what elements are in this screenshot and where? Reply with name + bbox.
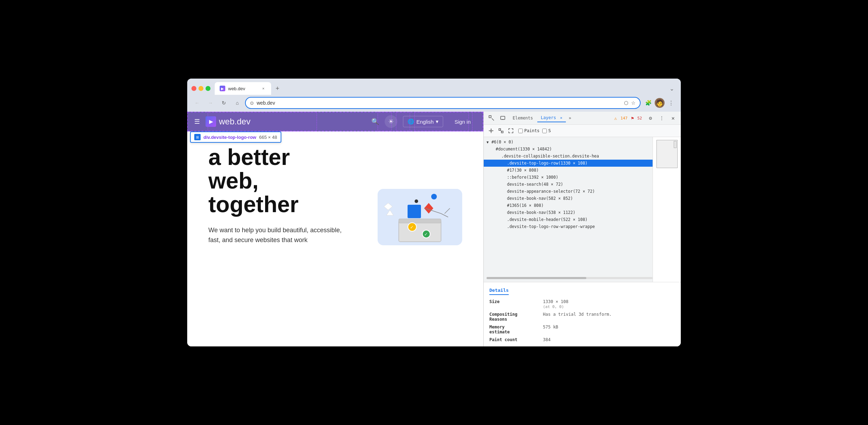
slow-scroll-checkbox-group: S [542,128,551,133]
error-count-badge[interactable]: 52 [635,115,644,121]
svg-rect-2 [399,219,441,223]
layer-item-devsite-search[interactable]: devsite-search(48 × 72) [484,181,653,188]
user-avatar[interactable]: 🧑 [655,98,665,108]
paints-checkbox-group: Paints [518,128,539,133]
svg-rect-16 [489,116,491,118]
tab-more-button[interactable]: » [567,114,573,122]
layers-horizontal-scrollbar[interactable] [487,277,653,279]
traffic-lights [191,86,210,91]
minimize-traffic-light[interactable] [198,86,203,91]
paints-label: Paints [524,128,539,133]
layer-item-appearance-selector[interactable]: devsite-appearance-selector(72 × 72) [484,188,653,195]
paints-checkbox[interactable] [518,129,523,133]
fit-view-button[interactable] [506,126,515,135]
extensions-button[interactable]: 🧩 [643,97,654,109]
devtools-settings-button[interactable]: ⚙ [646,113,655,123]
back-button[interactable]: ← [191,97,203,109]
external-link-icon: ⬡ [624,100,628,106]
layers-tab-close[interactable]: × [560,116,562,120]
devtools-tabs: Elements Layers × » [509,114,611,122]
inspector-size: 665 × 48 [259,135,277,140]
compositing-label: Compositing Reasons [489,312,539,322]
layer-item-mobile-header[interactable]: .devsite-mobile-header(522 × 108) [484,216,653,223]
compositing-value: Has a trivial 3d transform. [543,312,675,322]
devtools-close-button[interactable]: × [668,113,678,123]
globe-icon: 🌐 [408,118,414,125]
header-search-icon[interactable]: 🔍 [371,118,379,125]
layer-item-17[interactable]: #17(30 × 808) [484,167,653,174]
close-traffic-light[interactable] [191,86,196,91]
maximize-traffic-light[interactable] [206,86,210,91]
hamburger-menu-icon[interactable]: ☰ [194,118,200,125]
layer-item-top-logo-row[interactable]: .devsite-top-logo-row(1330 × 108) [484,160,653,167]
minimap-viewport-rect [656,140,678,168]
layer-item-book-nav-1[interactable]: devsite-book-nav(582 × 852) [484,195,653,202]
tab-close-button[interactable]: × [261,86,266,91]
inspector-icon: ⊞ [194,134,201,140]
webdev-logo[interactable]: ▶ web.dev [206,116,250,127]
layer-item-1365[interactable]: #1365(16 × 808) [484,202,653,209]
tab-title: web.dev [228,86,258,91]
warning-count-badge[interactable]: 147 [618,115,630,121]
tab-dropdown-button[interactable]: ⌄ [667,84,677,93]
title-bar: ▶ web.dev × + ⌄ [187,79,681,95]
slow-scroll-checkbox[interactable] [542,129,547,133]
devtools-warnings: ⚠ 147 ⚑ 52 [614,115,644,121]
layers-minimap [653,137,681,282]
size-label: Size [489,299,539,309]
layer-item-book-nav-2[interactable]: devsite-book-nav(538 × 1122) [484,209,653,216]
inspector-selector: div.devsite-top-logo-row [203,135,256,140]
devtools-more-button[interactable]: ⋮ [657,113,667,123]
svg-line-17 [492,118,494,121]
page-illustration: ✓ ✓ [371,182,469,252]
details-grid: Size 1330 × 108 (at 0, 0) Compositing Re… [489,299,675,342]
paint-value: 384 [543,337,675,342]
memory-label: Memory estimate [489,325,539,334]
layers-tree: ▼ #6(0 × 0) #document(1330 × 14842) .dev… [484,137,681,282]
devtools-panel: Elements Layers × » ⚠ 147 ⚑ 52 ⚙ ⋮ × [483,112,681,346]
svg-rect-3 [408,205,421,218]
svg-rect-1 [399,221,441,242]
tab-elements[interactable]: Elements [509,114,537,122]
active-tab[interactable]: ▶ web.dev × [215,82,271,95]
forward-button[interactable]: → [205,97,216,109]
layer-item-top-logo-row-wrapper[interactable]: .devsite-top-logo-row-wrapper-wrappe [484,223,653,230]
layer-item-collapsible[interactable]: .devsite-collapsible-section.devsite-hea [484,153,653,160]
details-title: Details [489,288,509,295]
page-description: We want to help you build beautiful, acc… [208,225,342,246]
pan-tool-button[interactable] [487,126,496,135]
layer-item-root[interactable]: ▼ #6(0 × 0) [484,138,653,146]
device-toolbar-button[interactable] [498,113,508,123]
layer-item-before[interactable]: ::before(1392 × 1000) [484,174,653,181]
navigation-bar: ← → ↻ ⌂ ⊙ web.dev ⬡ ☆ 🧩 🧑 ⋮ [187,95,681,112]
tab-bar: ▶ web.dev × + ⌄ [215,82,677,95]
layers-action-buttons [487,126,515,135]
page-content: a better web, together We want to help y… [187,131,483,259]
reset-view-button[interactable] [496,126,506,135]
refresh-button[interactable]: ↻ [218,97,230,109]
webdev-logo-icon: ▶ [206,116,216,127]
svg-line-23 [500,130,502,132]
chrome-menu-button[interactable]: ⋮ [665,97,677,109]
paint-label: Paint count [489,337,539,342]
new-tab-button[interactable]: + [273,84,282,93]
layer-item-document[interactable]: #document(1330 × 14842) [484,146,653,153]
language-selector[interactable]: 🌐 English ▾ [403,116,443,127]
inspect-element-button[interactable] [487,113,496,123]
sign-in-button[interactable]: Sign in [449,117,476,127]
tab-layers[interactable]: Layers × [537,114,566,122]
svg-rect-18 [501,116,505,119]
bookmark-icon[interactable]: ☆ [631,100,636,106]
memory-value: 575 kB [543,325,675,334]
minimap-selected-rect [674,141,677,148]
lang-arrow-icon: ▾ [436,118,439,125]
tab-favicon: ▶ [220,86,225,91]
content-area: ☰ ▶ web.dev 🔍 ☀ 🌐 English ▾ Sign in [187,112,681,346]
address-bar[interactable]: ⊙ web.dev ⬡ ☆ [245,97,641,109]
home-button[interactable]: ⌂ [232,97,243,109]
scrollbar-thumb[interactable] [487,277,586,279]
devtools-toolbar: Elements Layers × » ⚠ 147 ⚑ 52 ⚙ ⋮ × [484,112,681,125]
theme-toggle[interactable]: ☀ [385,115,397,128]
layers-sub-toolbar: Paints S [484,125,681,137]
slow-scroll-label: S [548,128,551,133]
